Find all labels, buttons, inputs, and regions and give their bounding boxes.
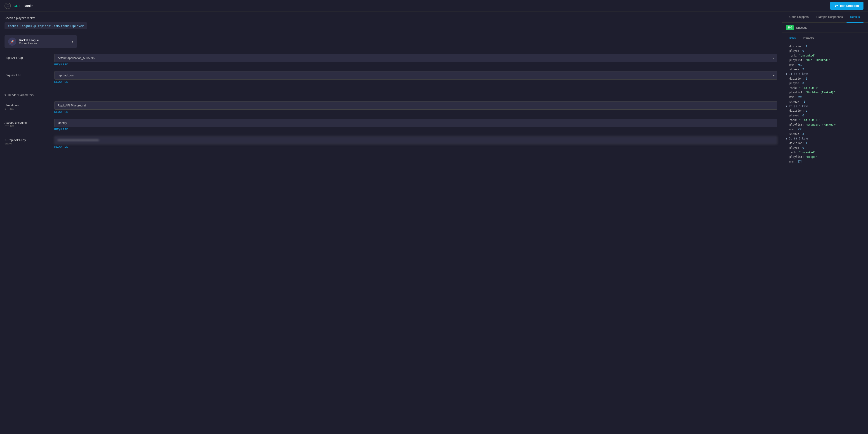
api-selector[interactable]: 🚀 Rocket League Rocket League ▾: [4, 35, 77, 49]
response-line: streak: 2: [786, 131, 864, 136]
left-panel: Check a player's ranks: rocket-league1.p…: [0, 12, 782, 434]
test-endpoint-label: Test Endpoint: [839, 4, 859, 7]
response-line: division: 1: [786, 141, 864, 145]
request-url-required: REQUIRED: [54, 81, 777, 83]
response-line: division: 3: [786, 76, 864, 81]
accept-encoding-required: REQUIRED: [54, 128, 777, 131]
request-url-select-wrapper: rapidapi.com ▾: [54, 71, 777, 80]
expand-toggle[interactable]: ▼ 1: {} 6 keys: [786, 72, 809, 75]
response-line: played: 0: [786, 113, 864, 118]
x-rapidapi-key-input-col: REQUIRED: [54, 136, 777, 148]
accept-encoding-label-col: Accept-Encoding STRING: [4, 119, 50, 127]
x-rapidapi-key-type: ENUM: [4, 142, 50, 145]
main-content: Check a player's ranks: rocket-league1.p…: [0, 12, 868, 434]
request-url-label-col: Request URL: [4, 71, 50, 77]
accept-encoding-label: Accept-Encoding: [4, 121, 50, 124]
api-logo: 🚀: [8, 37, 16, 46]
app-container: ☰ GET Ranks ⇌ Test Endpoint Check a play…: [0, 0, 868, 434]
tab-results[interactable]: Results: [846, 12, 864, 23]
user-agent-required: REQUIRED: [54, 111, 777, 113]
rapidapi-app-label-col: RapidAPI App: [4, 54, 50, 59]
response-line: streak: -5: [786, 99, 864, 104]
user-agent-input-col: REQUIRED: [54, 101, 777, 113]
request-url-label: Request URL: [4, 73, 50, 77]
rapidapi-app-select-wrapper: default-application_5905095 ▾: [54, 54, 777, 62]
response-line: ▼ 1: {} 6 keys: [786, 72, 864, 76]
response-line: ▼ 2: {} 6 keys: [786, 104, 864, 108]
section-divider: [4, 89, 777, 89]
test-endpoint-button[interactable]: ⇌ Test Endpoint: [830, 2, 864, 10]
expand-toggle[interactable]: ▼ 2: {} 6 keys: [786, 105, 809, 108]
accept-encoding-row: Accept-Encoding STRING REQUIRED: [4, 119, 777, 131]
x-rapidapi-key-required: REQUIRED: [54, 145, 777, 148]
user-agent-input[interactable]: [54, 101, 777, 110]
rapidapi-app-label: RapidAPI App: [4, 56, 50, 59]
response-line: mmr: 695: [786, 95, 864, 99]
status-badge: 200: [786, 25, 794, 30]
response-line: mmr: 735: [786, 127, 864, 131]
response-line: rank: "Platinum I": [786, 86, 864, 90]
endpoint-description: Check a player's ranks:: [4, 16, 777, 20]
accept-encoding-input-col: REQUIRED: [54, 119, 777, 131]
menu-icon[interactable]: ☰: [4, 3, 11, 9]
tab-code-snippets[interactable]: Code Snippets: [786, 12, 812, 23]
header-left: ☰ GET Ranks: [4, 3, 33, 9]
rapidapi-app-row: RapidAPI App default-application_5905095…: [4, 54, 777, 66]
response-line: played: 0: [786, 146, 864, 150]
response-line: mmr: 752: [786, 63, 864, 67]
response-header: 200 Success: [782, 23, 868, 33]
x-rapidapi-key-input[interactable]: [54, 136, 777, 145]
response-line: division: 2: [786, 108, 864, 113]
accept-encoding-input[interactable]: [54, 119, 777, 127]
chevron-down-icon: ▾: [72, 40, 73, 43]
x-rapidapi-key-row: X-RapidAPI-Key ENUM REQUIRED: [4, 136, 777, 148]
response-body: division: 1played: 0rank: "Unranked"play…: [782, 41, 868, 434]
response-line: played: 0: [786, 81, 864, 86]
expand-toggle[interactable]: ▼ 3: {} 6 keys: [786, 137, 809, 140]
accept-encoding-type: STRING: [4, 125, 50, 127]
user-agent-label: User-Agent: [4, 103, 50, 107]
user-agent-type: STRING: [4, 107, 50, 110]
response-line: played: 0: [786, 49, 864, 53]
request-url-input-col: rapidapi.com ▾ REQUIRED: [54, 71, 777, 83]
request-url-row: Request URL rapidapi.com ▾ REQUIRED: [4, 71, 777, 83]
user-agent-row: User-Agent STRING REQUIRED: [4, 101, 777, 113]
x-rapidapi-key-label: X-RapidAPI-Key: [4, 138, 50, 142]
response-line: playlist: "Hoops": [786, 155, 864, 159]
response-line: mmr: 574: [786, 159, 864, 164]
endpoint-url: rocket-league1.p.rapidapi.com/ranks/:pla…: [4, 22, 87, 29]
request-url-select[interactable]: rapidapi.com: [54, 71, 777, 80]
status-text: Success: [796, 26, 807, 29]
response-line: playlist: "Standard (Ranked)": [786, 123, 864, 127]
tab-example-responses[interactable]: Example Responses: [812, 12, 846, 23]
response-line: rank: "Unranked": [786, 150, 864, 155]
response-line: rank: "Platinum II": [786, 118, 864, 122]
tab-body[interactable]: Body: [786, 35, 800, 41]
api-name-primary: Rocket League: [19, 38, 69, 42]
x-rapidapi-key-label-col: X-RapidAPI-Key ENUM: [4, 136, 50, 145]
test-endpoint-icon: ⇌: [835, 4, 838, 8]
header: ☰ GET Ranks ⇌ Test Endpoint: [0, 0, 868, 12]
header-params-label: Header Parameters: [8, 93, 33, 97]
response-line: playlist: "Duel (Ranked)": [786, 58, 864, 62]
response-line: streak: 2: [786, 67, 864, 72]
tab-headers[interactable]: Headers: [800, 35, 818, 41]
body-header-tabs: Body Headers: [782, 33, 868, 41]
endpoint-title: Ranks: [24, 4, 33, 8]
response-line: playlist: "Doubles (Ranked)": [786, 90, 864, 95]
api-info: Rocket League Rocket League: [19, 38, 69, 45]
response-line: division: 1: [786, 44, 864, 49]
rapidapi-app-input-col: default-application_5905095 ▾ REQUIRED: [54, 54, 777, 66]
response-line: ▼ 3: {} 6 keys: [786, 136, 864, 141]
right-panel-tabs: Code Snippets Example Responses Results: [782, 12, 868, 23]
right-panel: Code Snippets Example Responses Results …: [782, 12, 868, 434]
rapidapi-app-required: REQUIRED: [54, 63, 777, 66]
response-line: rank: "Unranked": [786, 53, 864, 58]
collapse-icon: ▾: [4, 93, 6, 97]
api-name-secondary: Rocket League: [19, 42, 69, 45]
header-params-section[interactable]: ▾ Header Parameters: [4, 93, 777, 97]
method-badge: GET: [13, 4, 20, 8]
rapidapi-app-select[interactable]: default-application_5905095: [54, 54, 777, 62]
user-agent-label-col: User-Agent STRING: [4, 101, 50, 110]
